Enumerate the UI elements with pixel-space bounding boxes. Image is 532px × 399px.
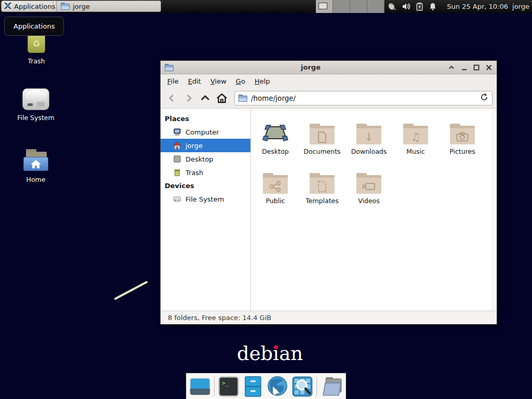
drive-icon xyxy=(173,195,181,203)
folder-item-templates[interactable]: Templates xyxy=(299,165,345,214)
desktop-icon-label: File System xyxy=(17,114,55,122)
folder-item-downloads[interactable]: ↓ Downloads xyxy=(345,115,392,165)
panel-username[interactable]: jorge xyxy=(512,3,529,10)
application-finder-launcher[interactable] xyxy=(292,376,313,397)
folder-label: Music xyxy=(406,148,425,155)
file-cabinet-launcher[interactable] xyxy=(243,376,263,397)
svg-text:>_: >_ xyxy=(222,380,229,387)
terminal-launcher[interactable]: >_ xyxy=(218,376,239,397)
taskbar-window-button[interactable]: jorge xyxy=(56,1,161,12)
folder-item-music[interactable]: ♫ Music xyxy=(392,115,439,165)
up-button[interactable] xyxy=(198,91,212,105)
applications-tooltip: Applications xyxy=(4,17,64,36)
panel-handle[interactable]: ⁞ xyxy=(52,2,55,5)
battery-icon[interactable] xyxy=(415,2,424,11)
status-bar: 8 folders, Free space: 14.4 GiB xyxy=(161,311,497,324)
forward-button[interactable] xyxy=(181,91,196,105)
menu-file[interactable]: File xyxy=(163,75,183,87)
workspace-4[interactable] xyxy=(367,0,384,13)
dock-separator xyxy=(316,377,317,396)
computer-icon xyxy=(173,128,181,136)
top-panel: Applications ⁞ jorge xyxy=(0,0,532,13)
sidebar-item-file-system[interactable]: File System xyxy=(161,192,250,206)
window-icon xyxy=(165,64,174,71)
menu-view[interactable]: View xyxy=(206,75,231,87)
reload-button[interactable] xyxy=(480,93,488,103)
workspace-2[interactable] xyxy=(333,0,350,13)
home-icon xyxy=(173,141,181,150)
sidebar-item-label: File System xyxy=(185,195,224,203)
template-glyph xyxy=(317,181,327,192)
scrollbar-gutter[interactable] xyxy=(492,109,497,311)
system-tray: Sun 25 Apr, 10:06 jorge xyxy=(385,0,530,13)
folder-item-documents[interactable]: Documents xyxy=(299,115,345,165)
folder-label: Public xyxy=(266,197,285,205)
sidebar-item-label: jorge xyxy=(185,142,203,150)
close-button[interactable] xyxy=(485,64,493,71)
desktop-icon-label: Trash xyxy=(28,57,45,65)
menu-bar: File Edit View Go Help xyxy=(161,74,497,88)
directory-menu-launcher[interactable] xyxy=(321,376,342,397)
home-button[interactable] xyxy=(215,91,229,105)
sidebar-item-label: Trash xyxy=(185,169,203,177)
camera-glyph xyxy=(456,132,469,142)
sidebar-item-label: Computer xyxy=(185,128,219,136)
dock-separator xyxy=(214,377,215,396)
window-body: Places Computer jorge xyxy=(161,109,497,311)
download-arrow-glyph: ↓ xyxy=(356,129,381,144)
maximize-button[interactable] xyxy=(473,64,480,71)
home-folder-icon xyxy=(22,149,49,172)
desktop-special-icon xyxy=(262,123,288,144)
document-glyph xyxy=(317,131,327,143)
desktop-icon-label: Home xyxy=(26,176,46,183)
sidebar-item-label: Desktop xyxy=(185,155,214,163)
trash-icon xyxy=(173,168,181,177)
sidebar-item-trash[interactable]: Trash xyxy=(161,166,250,179)
folder-label: Desktop xyxy=(262,148,289,155)
workspace-window-preview xyxy=(318,3,327,9)
window-title: jorge xyxy=(174,63,448,71)
mouse-icon[interactable] xyxy=(388,2,397,11)
folder-item-pictures[interactable]: Pictures xyxy=(439,115,486,165)
web-browser-launcher[interactable] xyxy=(267,376,288,397)
show-desktop-button[interactable] xyxy=(190,376,210,397)
menu-edit[interactable]: Edit xyxy=(183,75,206,87)
folder-icon xyxy=(61,3,70,10)
menu-help[interactable]: Help xyxy=(250,75,275,87)
applications-menu-button[interactable]: Applications xyxy=(1,1,59,12)
recycle-glyph: ♻ xyxy=(32,38,40,49)
folder-label: Documents xyxy=(303,148,340,155)
bottom-dock: >_ xyxy=(186,373,346,399)
desktop-icon-file-system[interactable]: File System xyxy=(12,88,60,122)
back-button[interactable] xyxy=(165,91,179,105)
workspace-pager xyxy=(316,0,384,13)
menu-go[interactable]: Go xyxy=(231,75,250,87)
workspace-3[interactable] xyxy=(350,0,367,13)
panel-clock[interactable]: Sun 25 Apr, 10:06 xyxy=(447,3,508,10)
minimize-button[interactable] xyxy=(460,64,468,71)
hard-drive-icon xyxy=(22,88,49,110)
sidebar-item-desktop[interactable]: Desktop xyxy=(161,152,250,166)
location-path[interactable]: /home/jorge/ xyxy=(251,94,476,102)
folder-item-desktop[interactable]: Desktop xyxy=(252,115,299,165)
folder-view[interactable]: Desktop Documents ↓ Downloads ♫ Music xyxy=(251,109,492,311)
location-bar[interactable]: /home/jorge/ xyxy=(234,91,493,105)
folder-item-videos[interactable]: Videos xyxy=(345,165,392,214)
workspace-1[interactable] xyxy=(316,0,333,13)
shade-button[interactable] xyxy=(448,64,455,71)
volume-icon[interactable] xyxy=(401,2,410,11)
places-header: Places xyxy=(161,112,250,125)
desktop-icon-home[interactable]: Home xyxy=(12,149,60,183)
sidebar: Places Computer jorge xyxy=(161,109,251,311)
logo-text: an xyxy=(279,342,303,365)
sidebar-item-jorge[interactable]: jorge xyxy=(161,139,250,152)
window-titlebar[interactable]: jorge xyxy=(161,61,497,74)
xfce-menu-icon xyxy=(4,2,12,11)
folder-item-public[interactable]: Public xyxy=(252,165,299,214)
sidebar-item-computer[interactable]: Computer xyxy=(161,125,250,139)
music-notes-glyph: ♫ xyxy=(403,129,428,144)
notifications-bell-icon[interactable] xyxy=(428,2,437,11)
devices-header: Devices xyxy=(161,179,250,192)
toolbar: /home/jorge/ xyxy=(161,88,497,109)
house-glyph xyxy=(30,159,42,169)
